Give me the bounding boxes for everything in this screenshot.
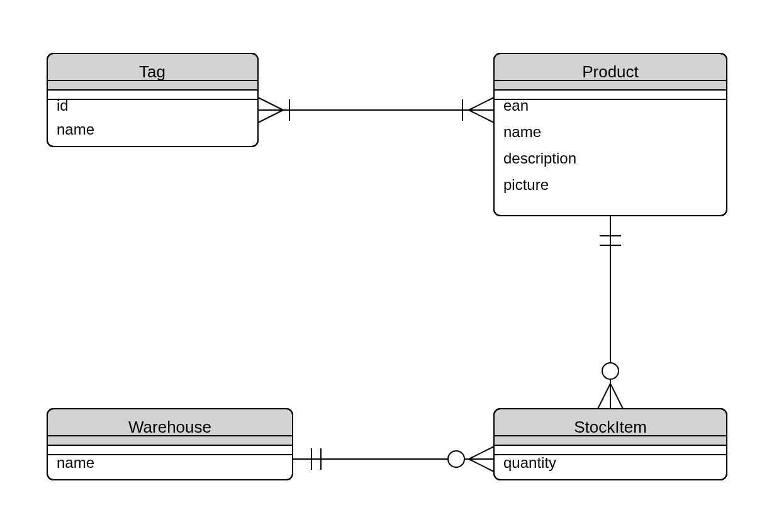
svg-rect-1 xyxy=(47,80,258,90)
er-diagram: Tag id name Product ean name description… xyxy=(0,0,779,532)
entity-warehouse-attr-0: name xyxy=(57,454,94,471)
svg-rect-15 xyxy=(47,445,293,455)
svg-rect-19 xyxy=(494,436,727,445)
svg-rect-21 xyxy=(494,445,727,455)
entity-product-attr-0: ean xyxy=(503,97,529,114)
svg-line-35 xyxy=(598,384,610,409)
entity-stockitem-title: StockItem xyxy=(574,418,647,436)
entity-tag-title: Tag xyxy=(139,62,165,81)
svg-point-34 xyxy=(602,363,619,379)
svg-line-28 xyxy=(469,97,494,110)
entity-product-title: Product xyxy=(582,62,639,81)
entity-product-attr-3: picture xyxy=(503,176,549,193)
relationship-warehouse-stockitem xyxy=(293,446,494,472)
svg-line-26 xyxy=(258,110,283,123)
entity-product: Product ean name description picture xyxy=(494,53,727,216)
relationship-tag-product xyxy=(258,97,494,123)
svg-rect-9 xyxy=(494,90,727,99)
entity-warehouse-title: Warehouse xyxy=(128,418,211,436)
entity-tag-attr-1: name xyxy=(57,121,94,138)
svg-rect-7 xyxy=(494,80,727,90)
svg-line-41 xyxy=(469,446,494,459)
svg-point-40 xyxy=(448,451,464,467)
svg-line-25 xyxy=(258,97,283,110)
entity-product-attr-2: description xyxy=(503,150,576,167)
svg-line-36 xyxy=(610,384,623,409)
entity-tag: Tag id name xyxy=(47,53,258,147)
svg-line-42 xyxy=(469,459,494,472)
entity-stockitem: StockItem quantity xyxy=(494,409,727,480)
entity-tag-attr-0: id xyxy=(57,97,69,114)
svg-rect-3 xyxy=(47,90,258,99)
entity-warehouse: Warehouse name xyxy=(47,409,293,480)
entity-stockitem-attr-0: quantity xyxy=(503,454,556,471)
svg-rect-13 xyxy=(47,436,293,445)
entity-product-attr-1: name xyxy=(503,123,541,140)
relationship-product-stockitem xyxy=(598,216,623,409)
svg-line-29 xyxy=(469,110,494,123)
